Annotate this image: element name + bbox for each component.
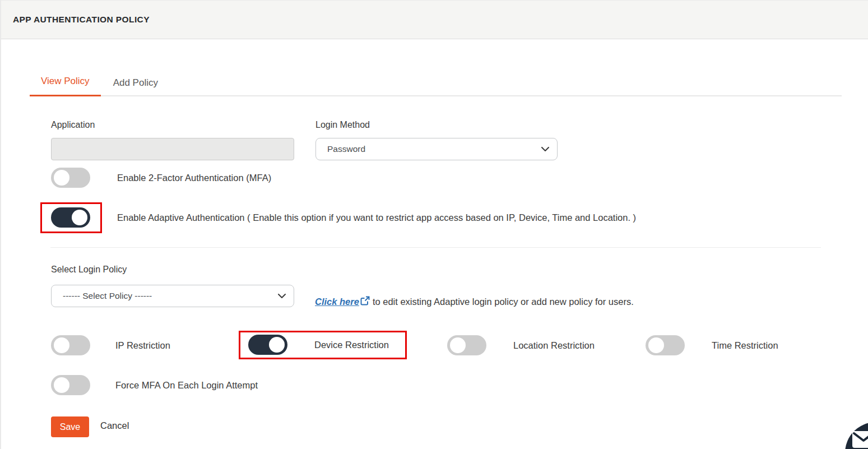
adaptive-toggle-label: Enable Adaptive Authentication ( Enable … [117,212,636,223]
time-restriction-row: Time Restriction [646,335,778,355]
chat-widget-button[interactable] [845,422,868,449]
page-header: APP AUTHENTICATION POLICY [1,0,868,39]
toggle-knob [450,337,466,353]
device-restriction-row: Device Restriction [248,335,389,355]
device-restriction-toggle[interactable] [248,335,287,355]
force-mfa-label: Force MFA On Each Login Attempt [115,380,258,391]
application-input[interactable] [51,138,294,160]
toggle-knob [72,210,87,225]
time-restriction-toggle[interactable] [646,335,685,355]
app-authentication-policy-page: APP AUTHENTICATION POLICY View Policy Ad… [0,0,868,449]
location-restriction-row: Location Restriction [447,335,595,355]
mfa-toggle[interactable] [51,168,90,188]
login-method-value: Password [327,144,365,154]
toggle-knob [54,337,69,353]
ip-restriction-toggle[interactable] [51,335,90,355]
chevron-down-icon [278,294,286,299]
mfa-toggle-label: Enable 2-Factor Authentication (MFA) [117,173,271,183]
cancel-button[interactable]: Cancel [100,420,129,431]
toggle-knob [54,170,69,186]
login-policy-value: ------ Select Policy ------ [63,291,152,301]
select-login-policy-label: Select Login Policy [51,265,127,275]
tab-add-policy[interactable]: Add Policy [102,77,169,96]
mfa-toggle-row: Enable 2-Factor Authentication (MFA) [51,168,271,188]
click-here-link[interactable]: Click here [315,297,359,307]
toggle-knob [54,377,69,393]
ip-restriction-row: IP Restriction [51,335,170,355]
login-method-select[interactable]: Password [315,138,558,160]
device-restriction-label: Device Restriction [314,340,389,350]
time-restriction-label: Time Restriction [712,340,778,351]
save-button[interactable]: Save [51,416,89,437]
adaptive-auth-toggle[interactable] [51,207,90,228]
location-restriction-toggle[interactable] [447,335,486,355]
external-link-icon [360,296,370,305]
ip-restriction-label: IP Restriction [115,340,170,351]
application-label: Application [51,120,95,130]
location-restriction-label: Location Restriction [513,340,595,351]
page-title: APP AUTHENTICATION POLICY [13,15,150,25]
toggle-knob [269,337,285,353]
chevron-down-icon [541,147,549,152]
policy-link-line: Click here to edit existing Adaptive log… [315,297,634,307]
force-mfa-row: Force MFA On Each Login Attempt [51,375,258,395]
toggle-knob [648,337,664,353]
policy-link-suffix: to edit existing Adaptive login policy o… [373,297,634,307]
section-divider [50,247,821,248]
tabs-bar: View Policy Add Policy [30,68,842,96]
adaptive-toggle-row: Enable Adaptive Authentication ( Enable … [51,207,636,228]
tab-view-policy[interactable]: View Policy [30,76,101,96]
login-policy-select[interactable]: ------ Select Policy ------ [51,285,294,307]
login-method-label: Login Method [315,120,370,130]
force-mfa-toggle[interactable] [51,375,90,395]
